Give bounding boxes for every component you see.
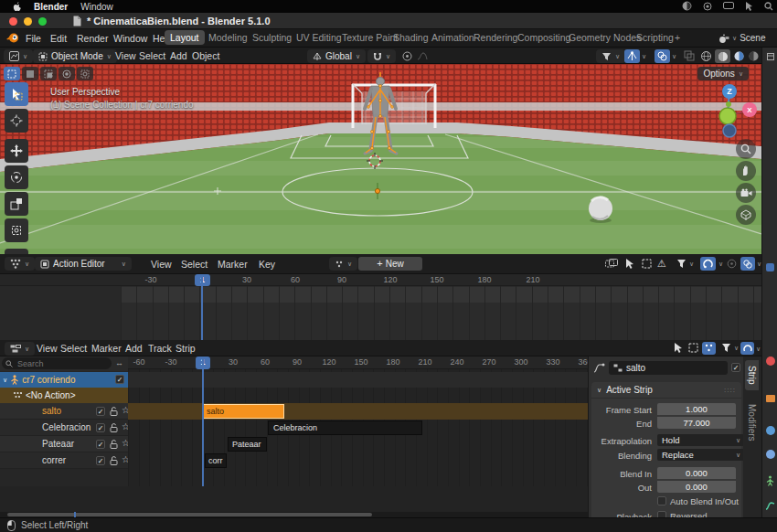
- search-field[interactable]: [2, 357, 112, 369]
- object-data-tab-icon[interactable]: [765, 475, 775, 486]
- nla-strip-area[interactable]: -60 -30 30 60 90 120 150 180 210 240 270…: [128, 356, 588, 486]
- scrollbar-thumb[interactable]: [7, 513, 372, 516]
- view-layer-tab-icon[interactable]: [766, 426, 775, 435]
- workspace-tab-layout[interactable]: Layout: [165, 30, 205, 45]
- warning-icon[interactable]: ⚠: [657, 258, 666, 270]
- tab-strip[interactable]: Strip: [745, 360, 759, 390]
- dope-playhead-line[interactable]: [201, 274, 203, 340]
- dope-menu-key[interactable]: Key: [259, 259, 275, 270]
- workspace-add-button[interactable]: +: [669, 30, 686, 45]
- tool-transform[interactable]: [5, 218, 28, 242]
- shading-wireframe-icon[interactable]: [700, 50, 712, 62]
- select-circle-button[interactable]: [40, 67, 57, 80]
- traffic-zoom-button[interactable]: [38, 17, 47, 26]
- filter-dropdown[interactable]: ∨: [721, 343, 739, 353]
- nla-menu-track[interactable]: Track: [148, 343, 172, 354]
- viewport-pan-button[interactable]: [736, 161, 756, 181]
- frame-start-value[interactable]: 1.000: [657, 403, 736, 415]
- nla-object-track-row[interactable]: ∨ cr7 corriendo ✓: [0, 372, 128, 388]
- menu-window[interactable]: Window: [113, 33, 147, 44]
- track-mute-checkbox[interactable]: ✓: [96, 407, 105, 416]
- lock-icon[interactable]: [110, 440, 118, 449]
- select-tweak-button[interactable]: [4, 67, 20, 80]
- gizmos-dropdown[interactable]: ∨: [624, 49, 646, 63]
- search-input[interactable]: [16, 358, 101, 369]
- macos-window-menu[interactable]: Window: [80, 2, 113, 12]
- object-track-checkbox[interactable]: ✓: [115, 375, 124, 384]
- strip-salto[interactable]: salto: [203, 404, 284, 419]
- nla-menu-strip[interactable]: Strip: [176, 343, 196, 354]
- strip-enabled-checkbox[interactable]: ✓: [731, 363, 740, 372]
- spotlight-icon[interactable]: [764, 2, 773, 11]
- nla-no-action-row[interactable]: <No Action>: [0, 388, 128, 403]
- select-intersect-button[interactable]: [77, 67, 93, 80]
- pointer-icon[interactable]: [745, 2, 753, 11]
- tool-move[interactable]: [5, 139, 28, 163]
- viewport-menu-object[interactable]: Object: [192, 50, 219, 61]
- shading-material-icon[interactable]: [733, 50, 745, 62]
- snapping-dropdown[interactable]: ∨: [740, 342, 761, 355]
- strip-celebracion[interactable]: Celebracion: [268, 420, 422, 435]
- object-mode-dropdown[interactable]: Object Mode ∨: [33, 49, 117, 63]
- nla-track-row-celebracion[interactable]: Celebracion ✓ ☆: [0, 420, 128, 436]
- viewport-ortho-toggle-button[interactable]: [736, 205, 756, 225]
- dope-sheet-keyframe-area[interactable]: [121, 286, 761, 340]
- traffic-minimize-button[interactable]: [24, 17, 32, 26]
- nla-track-row-salto[interactable]: salto ✓ ☆: [0, 403, 128, 420]
- viewport-menu-add[interactable]: Add: [170, 50, 187, 61]
- track-mute-checkbox[interactable]: ✓: [96, 423, 105, 432]
- dope-sheet-ruler[interactable]: -30 30 60 90 120 150 180 210 1: [0, 274, 761, 286]
- nla-playhead-line[interactable]: [202, 356, 204, 486]
- nla-menu-marker[interactable]: Marker: [91, 343, 122, 354]
- lock-icon[interactable]: [110, 423, 118, 432]
- soccer-ball[interactable]: [589, 197, 612, 223]
- panel-header[interactable]: ∨ Active Strip ::::: [591, 382, 741, 399]
- xray-toggle-icon[interactable]: [684, 50, 695, 61]
- dope-sync-icon[interactable]: [702, 342, 716, 355]
- dope-menu-select[interactable]: Select: [181, 259, 208, 270]
- lock-icon[interactable]: [110, 456, 118, 465]
- nla-menu-view[interactable]: View: [37, 343, 58, 354]
- proportional-editing-icon[interactable]: [402, 51, 412, 61]
- falloff-curve-icon[interactable]: [417, 51, 428, 61]
- out-value[interactable]: 0.000: [657, 481, 736, 493]
- viewport-menu-view[interactable]: View: [115, 50, 136, 61]
- viewport-camera-button[interactable]: [736, 183, 756, 203]
- select-box-icon[interactable]: [688, 343, 698, 353]
- panel-drag-dots[interactable]: ::::: [724, 386, 736, 394]
- shading-rendered-icon[interactable]: [748, 50, 760, 62]
- select-cursor-icon[interactable]: [625, 259, 634, 269]
- record-icon[interactable]: [703, 2, 712, 11]
- new-action-button[interactable]: + New: [358, 257, 422, 271]
- nla-menu-add[interactable]: Add: [125, 343, 143, 354]
- strip-name-field[interactable]: salto: [609, 361, 728, 375]
- tool-cursor[interactable]: [5, 109, 28, 133]
- action-editor-mode-dropdown[interactable]: Action Editor ∨: [35, 257, 132, 271]
- track-mute-checkbox[interactable]: ✓: [96, 456, 105, 465]
- viewport-menu-select[interactable]: Select: [139, 50, 165, 61]
- proportional-editing-icon[interactable]: [727, 259, 737, 269]
- end-value[interactable]: 77.000: [657, 417, 736, 429]
- scene-selector[interactable]: ∨ Scene: [718, 31, 773, 45]
- auto-blend-checkbox[interactable]: [657, 496, 666, 505]
- blending-dropdown[interactable]: Replace ∨: [657, 449, 745, 461]
- strip-pateaar[interactable]: Pateaar: [228, 437, 267, 452]
- onion-skin-icon[interactable]: [605, 259, 618, 269]
- output-tab-icon[interactable]: [766, 395, 775, 402]
- blender-logo-icon[interactable]: [5, 32, 20, 44]
- workspace-tab-modeling[interactable]: Modeling: [203, 30, 253, 45]
- navigation-gizmo[interactable]: Z X: [708, 82, 760, 148]
- apple-logo-icon[interactable]: [13, 2, 21, 12]
- menu-file[interactable]: File: [26, 33, 41, 44]
- display-icon[interactable]: [723, 2, 734, 10]
- menu-edit[interactable]: Edit: [50, 33, 67, 44]
- nla-ruler[interactable]: -60 -30 30 60 90 120 150 180 210 240 270…: [128, 356, 588, 369]
- reversed-checkbox[interactable]: [657, 511, 666, 517]
- animate-property-icon[interactable]: [593, 363, 605, 374]
- tool-rotate[interactable]: [5, 165, 28, 189]
- strip-correr[interactable]: corr: [205, 453, 227, 468]
- editor-type-selector[interactable]: ∨: [4, 49, 33, 63]
- toggle-icon[interactable]: [682, 1, 692, 11]
- nla-menu-select[interactable]: Select: [60, 343, 87, 354]
- constraints-tab-icon[interactable]: [765, 501, 775, 511]
